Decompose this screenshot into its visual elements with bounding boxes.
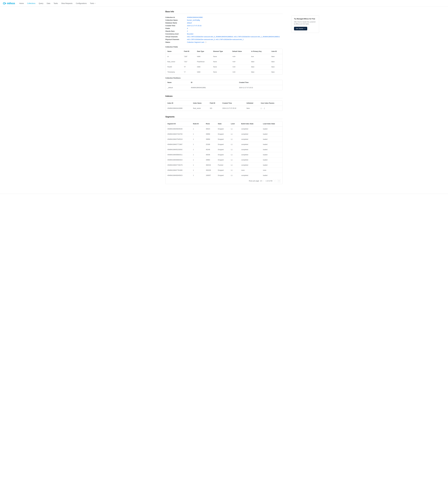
nav-item-collections[interactable]: Collections [26, 1, 37, 5]
column-header: Load Index State [261, 121, 283, 126]
info-label: Fields [165, 28, 187, 29]
cell: 39958 [204, 137, 216, 142]
cell: L1 [229, 142, 239, 147]
column-header: Is Primary Key [249, 49, 269, 54]
info-value: Bounded [187, 33, 283, 35]
nav-item-tasks[interactable]: Tasks [52, 1, 59, 5]
fields-card: NameField IDData TypeElement TypeDefault… [165, 49, 283, 75]
partitions-card: NameIDCreated Time _default4548941984044… [165, 80, 283, 90]
cell: L1 [229, 168, 239, 173]
info-label: Virtual Channels [165, 36, 187, 38]
column-header: Auto ID [270, 49, 283, 54]
info-row: Virtual Channelsin01-176f7c3262bb33e-roo… [165, 35, 283, 38]
cell: false [244, 106, 259, 111]
cell: Int64 [195, 64, 211, 70]
cell: 454894198407334763 [165, 132, 191, 137]
column-header: Rows [204, 121, 216, 126]
nav-item-tools[interactable]: Tools [89, 1, 97, 5]
page-size-select[interactable]: 10 [260, 180, 264, 182]
cell: None [211, 59, 230, 64]
logo-text: milvus [7, 2, 15, 5]
cell: None [211, 70, 230, 75]
page-range: 1-10 of 94 [266, 180, 272, 182]
info-row: Fields4 [165, 27, 283, 30]
cell: Dropped [216, 157, 229, 163]
cell: None [211, 64, 230, 70]
table-row: 454894198404418986float_vector1012024-12… [165, 106, 283, 111]
column-header: Field ID [208, 101, 220, 106]
column-header: Data Type [195, 49, 211, 54]
info-row: Consistency levelBounded [165, 32, 283, 35]
cell: loaded [261, 137, 283, 142]
cell: L1 [229, 126, 239, 132]
cell: 1 [191, 147, 204, 152]
collection-fields-heading: Collection Fields [165, 46, 283, 48]
external-link-icon [304, 28, 305, 29]
chevron-left-icon [274, 180, 276, 182]
cell: Dropped [216, 168, 229, 173]
cell: L1 [229, 137, 239, 142]
index-params-expand[interactable]: { . . . } [259, 106, 283, 111]
info-row: Collection Id454894198404418980 [165, 16, 283, 19]
info-value: fouram_recNVpBg [187, 19, 283, 21]
base-info-heading: Base Info [165, 11, 283, 13]
info-label: Consistency level [165, 33, 187, 35]
divider [165, 98, 283, 98]
chevron-down-icon [95, 3, 96, 4]
rows-per-page-label: Rows per page: [249, 180, 259, 182]
nav-item-slow-requests[interactable]: Slow Requests [60, 1, 74, 5]
cell: Flushed [216, 163, 229, 168]
cell: L1 [229, 163, 239, 168]
cell: none [261, 168, 283, 173]
cell: L1 [229, 152, 239, 157]
cell: 1 [191, 152, 204, 157]
nav-item-data[interactable]: Data [45, 1, 52, 5]
column-header: Created Time [237, 80, 283, 85]
nav-item-configurations[interactable]: Configurations [74, 1, 88, 5]
nav-item-home[interactable]: Home [18, 1, 25, 5]
get-started-button[interactable]: Get Started [294, 27, 307, 30]
info-value: in01-176f7c3262bb33e-rootcoord-dml_0_454… [187, 36, 283, 38]
cell: <nil> [230, 64, 249, 70]
table-row: _default4548941984044189812024-12-27 07:… [165, 85, 283, 90]
cell: loaded [261, 132, 283, 137]
partitions-table: NameIDCreated Time _default4548941984044… [165, 80, 283, 90]
fields-table: NameField IDData TypeElement TypeDefault… [165, 49, 283, 75]
table-row: 454894198407772887120168DroppedL1complet… [165, 142, 283, 147]
cell: 39964 [204, 157, 216, 163]
cell: false [270, 70, 283, 75]
info-value: in01-176f7c3262bb33e-rootcoord-dml_0, in… [187, 39, 283, 40]
chevron-down-icon [262, 180, 264, 182]
logo[interactable]: milvus [3, 2, 15, 5]
column-header: Index ID [165, 101, 191, 106]
next-page-button[interactable] [277, 179, 281, 183]
cell: "101" [182, 59, 195, 64]
cell: loaded [261, 173, 283, 178]
cell: L1 [229, 173, 239, 178]
nav-item-query[interactable]: Query [37, 1, 45, 5]
cell: 360334 [204, 163, 216, 168]
column-header: Build Index State [239, 121, 261, 126]
column-header: State [216, 121, 229, 126]
cell: 1 [191, 142, 204, 147]
cell: L1 [229, 157, 239, 163]
table-row: 454894198407334763139958DroppedL1complet… [165, 132, 283, 137]
cell: 454894198407545519 [165, 137, 191, 142]
cell: loaded [261, 157, 283, 163]
svg-point-1 [4, 3, 5, 4]
cell: Dropped [216, 152, 229, 157]
cell: 454894198405635030 [165, 126, 191, 132]
cell: <nil> [230, 54, 249, 59]
table-row: 454894198406683011140036DroppedL1complet… [165, 152, 283, 157]
cell: _default [165, 85, 189, 90]
column-header: IsDeleted [244, 101, 259, 106]
info-row: Shards Num2 [165, 30, 283, 32]
cell: loaded [261, 163, 283, 168]
column-header: Field ID [182, 49, 195, 54]
cell: Dropped [216, 132, 229, 137]
prev-page-button[interactable] [273, 179, 276, 183]
cell: 454894198404418981 [189, 85, 237, 90]
info-row: Created Time2024-12-27 07:25:32 [165, 24, 283, 27]
cell: loaded [261, 152, 283, 157]
cell: 1 [191, 173, 204, 178]
